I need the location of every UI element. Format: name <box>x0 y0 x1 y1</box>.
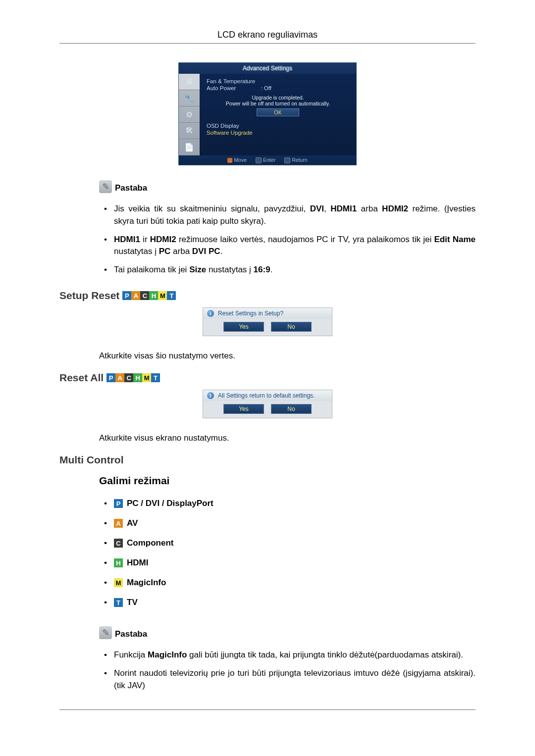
osd-ok-button[interactable]: OK <box>257 108 299 116</box>
chip-c-icon: C <box>140 291 149 300</box>
page-header-title: LCD ekrano reguliavimas <box>59 30 476 40</box>
note-icon: ✎ <box>99 626 112 639</box>
osd-icon-picture: 🖥 <box>179 74 200 90</box>
heading-setup-reset: Setup Reset P A C H M T <box>59 290 476 302</box>
note-label-2: Pastaba <box>115 629 147 639</box>
mode-item-component: CComponent <box>102 533 476 553</box>
chip-t-icon: T <box>151 373 160 382</box>
note-list-2: Funkcija MagicInfo gali būti įjungta tik… <box>102 646 476 695</box>
osd-msg-line1: Upgrade is completed. <box>207 95 349 101</box>
info-icon: i <box>207 310 214 317</box>
chip-p-icon: P <box>114 499 123 508</box>
note-list-1: Jis veikia tik su skaitmeniniu signalu, … <box>102 200 476 279</box>
subheading-galimi-rezimai: Galimi režimai <box>99 475 476 487</box>
note1-item-3: Tai palaikoma tik jei Size nustatytas į … <box>102 261 476 279</box>
chip-p-icon: P <box>107 373 115 382</box>
osd-row-osddisplay: OSD Display <box>207 123 239 129</box>
chip-a-icon: A <box>131 291 140 300</box>
note2-item-2: Norint naudoti televizorių prie jo turi … <box>102 664 476 695</box>
setup-reset-no-button[interactable]: No <box>271 322 312 332</box>
mode-item-pc: PPC / DVI / DisplayPort <box>102 494 476 513</box>
mode-item-av: AAV <box>102 513 476 533</box>
osd-upgrade-message: Upgrade is completed. Power will be off … <box>207 94 349 119</box>
dialog-setup-reset: i Reset Settings in Setup? Yes No <box>203 307 332 336</box>
chip-p-icon: P <box>122 291 131 300</box>
return-icon <box>284 157 290 163</box>
osd-row-fan: Fan & Temperature <box>207 78 255 84</box>
enter-icon <box>256 157 262 163</box>
reset-all-yes-button[interactable]: Yes <box>223 404 264 414</box>
chip-m-icon: M <box>158 291 167 300</box>
chip-a-icon: A <box>114 519 123 528</box>
move-icon <box>227 158 232 163</box>
note1-item-2: HDMI1 ir HDMI2 režimuose laiko vertės, n… <box>102 231 476 261</box>
osd-icon-sound: 🔧 <box>179 90 200 106</box>
osd-footer: Move Enter Return <box>179 155 356 165</box>
osd-side-icons: 🖥 🔧 ⚙ 🛠 📄 <box>179 74 200 155</box>
osd-advanced-settings: Advanced Settings 🖥 🔧 ⚙ 🛠 📄 Fan & Temper… <box>178 62 357 165</box>
info-icon: i <box>207 392 214 399</box>
mode-item-magicinfo: MMagicInfo <box>102 573 476 593</box>
reset-all-desc: Atkurkite visus ekrano nustatymus. <box>99 433 476 443</box>
dialog-reset-all: i All Settings return to default setting… <box>203 390 332 418</box>
note-icon: ✎ <box>99 180 112 193</box>
mode-item-hdmi: HHDMI <box>102 553 476 573</box>
osd-row-softwareupgrade: Software Upgrade <box>207 130 253 136</box>
chip-t-icon: T <box>114 598 123 607</box>
chip-m-icon: M <box>114 578 123 587</box>
mode-item-tv: TTV <box>102 593 476 612</box>
heading-multi-control: Multi Control <box>59 454 476 466</box>
header-rule <box>59 43 476 44</box>
osd-msg-line2: Power will be off and turned on automati… <box>207 101 349 106</box>
chip-a-icon: A <box>115 373 124 382</box>
dialog-reset-all-title: All Settings return to default settings. <box>218 392 315 399</box>
osd-icon-setup: ⚙ <box>179 106 200 123</box>
heading-reset-all: Reset All P A C H M T <box>59 372 476 384</box>
chip-h-icon: H <box>114 558 123 567</box>
osd-footer-return: Return <box>292 157 308 163</box>
chip-h-icon: H <box>133 373 142 382</box>
setup-reset-yes-button[interactable]: Yes <box>223 322 264 332</box>
dialog-setup-reset-title: Reset Settings in Setup? <box>218 310 283 317</box>
setup-reset-desc: Atkurkite visas šio nustatymo vertes. <box>99 351 476 361</box>
osd-title: Advanced Settings <box>179 63 356 74</box>
note1-item-1: Jis veikia tik su skaitmeniniu signalu, … <box>102 200 476 230</box>
reset-all-no-button[interactable]: No <box>271 404 312 414</box>
osd-icon-info: 📄 <box>179 139 200 155</box>
osd-footer-enter: Enter <box>263 157 275 163</box>
osd-footer-move: Move <box>234 157 247 163</box>
chip-t-icon: T <box>167 291 176 300</box>
footer-rule <box>59 709 476 710</box>
chip-m-icon: M <box>142 373 151 382</box>
note-label: Pastaba <box>115 183 147 193</box>
mode-chips: P A C H M T <box>122 291 176 300</box>
chip-h-icon: H <box>149 291 158 300</box>
note2-item-1: Funkcija MagicInfo gali būti įjungta tik… <box>102 646 476 664</box>
mode-chips-2: P A C H M T <box>107 373 160 382</box>
osd-row-autopower-value: : Off <box>261 85 271 91</box>
mode-list: PPC / DVI / DisplayPort AAV CComponent H… <box>102 494 476 612</box>
chip-c-icon: C <box>114 539 123 548</box>
chip-c-icon: C <box>124 373 133 382</box>
osd-row-autopower-label: Auto Power <box>207 85 236 91</box>
osd-icon-multi: 🛠 <box>179 123 200 139</box>
